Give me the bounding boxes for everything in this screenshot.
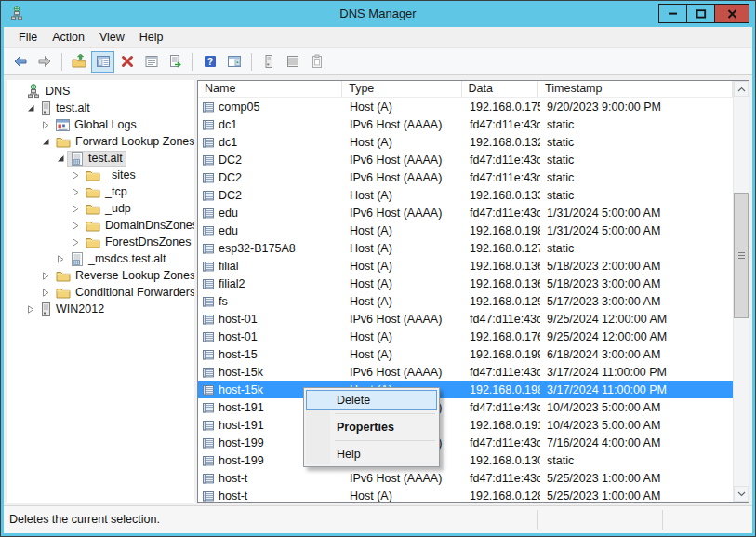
selected-record-row-host-15k[interactable]: host-15kHost (A)192.168.0.1983/17/2024 1… — [198, 381, 733, 398]
context-menu-item-help[interactable]: Help — [306, 444, 437, 464]
tree-item--sites[interactable]: _sites — [7, 167, 194, 183]
record-row-host-01[interactable]: host-01IPv6 Host (AAAA)fd47:d11e:43c...9… — [198, 310, 733, 328]
record-row-dc1[interactable]: dc1Host (A)192.168.0.132static — [198, 133, 733, 151]
properties-button[interactable] — [139, 51, 163, 73]
record-row-dc2[interactable]: DC2IPv6 Host (AAAA)fd47:d11e:43c...stati… — [198, 168, 733, 186]
scroll-up-button[interactable] — [734, 81, 749, 97]
tree-item-content[interactable]: _msdcs.test.alt — [67, 251, 169, 267]
record-row-dc2[interactable]: DC2IPv6 Host (AAAA)fd47:d11e:43c...stati… — [198, 151, 733, 168]
record-row-host-15k[interactable]: host-15kIPv6 Host (AAAA)fd47:d11e:43c...… — [198, 363, 733, 381]
expander-collapsed-icon[interactable] — [70, 188, 82, 196]
tree-item-content[interactable]: _tcp — [82, 184, 131, 200]
record-row-host-15[interactable]: host-15Host (A)192.168.0.1996/18/2024 3:… — [198, 345, 733, 363]
record-row-host-191[interactable]: host-191Host (A)192.168.0.19110/4/2023 5… — [198, 416, 733, 434]
tree-item-content[interactable]: Forward Lookup Zones — [52, 134, 194, 150]
minimize-button[interactable] — [658, 4, 687, 23]
record-row-host-199[interactable]: host-199IPv6 Host (AAAA)fd47:d11e:43c...… — [198, 434, 733, 451]
expander-collapsed-icon[interactable] — [40, 289, 52, 297]
show-console-tree-button[interactable] — [91, 51, 114, 73]
tree-item--msdcs-test-alt[interactable]: _msdcs.test.alt — [7, 250, 194, 267]
record-row-esp32-b175a8[interactable]: esp32-B175A8Host (A)192.168.0.127static — [198, 239, 733, 257]
scrollbar-thumb[interactable] — [734, 193, 749, 318]
back-button[interactable] — [8, 51, 32, 73]
tree-item-test-alt[interactable]: test.alt — [7, 150, 194, 167]
menu-view[interactable]: View — [92, 27, 132, 47]
column-header-name[interactable]: Name — [198, 81, 342, 97]
tree-item-forestdnszones[interactable]: ForestDnsZones — [7, 234, 194, 250]
show-action-pane-button[interactable] — [222, 51, 245, 73]
tree-item-content[interactable]: _udp — [82, 201, 135, 217]
maximize-button[interactable] — [686, 4, 715, 23]
delete-button[interactable] — [115, 51, 139, 73]
titlebar[interactable]: DNS Manager — [1, 1, 755, 27]
vertical-scrollbar[interactable] — [733, 81, 749, 502]
tree-item-content[interactable]: DomainDnsZones — [82, 218, 194, 234]
expander-collapsed-icon[interactable] — [55, 255, 67, 263]
expander-collapsed-icon[interactable] — [40, 272, 52, 280]
menu-file[interactable]: File — [11, 27, 45, 47]
up-level-folder-button[interactable] — [67, 51, 90, 73]
record-row-edu[interactable]: eduHost (A)192.168.0.1981/31/2024 5:00:0… — [198, 222, 733, 239]
tree-item-win2012[interactable]: WIN2012 — [7, 301, 194, 317]
expander-collapsed-icon[interactable] — [70, 222, 82, 230]
tree-item-test-alt[interactable]: test.alt — [7, 100, 194, 116]
record-row-host-01[interactable]: host-01Host (A)192.168.0.1769/25/2024 12… — [198, 328, 733, 345]
tree-item-content[interactable]: _sites — [82, 168, 139, 183]
column-header-type[interactable]: Type — [342, 81, 461, 97]
tree-item-content[interactable]: DNS — [22, 84, 73, 100]
forward-button[interactable] — [33, 51, 56, 73]
column-header-timestamp[interactable]: Timestamp — [538, 81, 733, 97]
tree-item-content[interactable]: WIN2012 — [37, 302, 108, 317]
expander-expanded-icon[interactable] — [25, 104, 37, 113]
record-row-dc1[interactable]: dc1IPv6 Host (AAAA)fd47:d11e:43c...stati… — [198, 115, 733, 133]
tree-item-reverse-lookup-zones[interactable]: Reverse Lookup Zones — [7, 267, 194, 284]
expander-expanded-icon[interactable] — [55, 154, 67, 163]
clipboard-button[interactable] — [305, 51, 328, 73]
tree-item-content[interactable]: Reverse Lookup Zones — [52, 268, 194, 284]
export-list-button[interactable] — [164, 51, 187, 73]
tree-item--tcp[interactable]: _tcp — [7, 183, 194, 200]
expander-collapsed-icon[interactable] — [25, 305, 37, 314]
close-button[interactable] — [714, 4, 749, 23]
tree-item-content[interactable]: Global Logs — [52, 117, 140, 133]
expander-collapsed-icon[interactable] — [70, 238, 82, 247]
context-menu-item-properties[interactable]: Properties — [306, 417, 437, 437]
tree-item--udp[interactable]: _udp — [7, 200, 194, 217]
record-row-edu[interactable]: eduIPv6 Host (AAAA)fd47:d11e:43c...1/31/… — [198, 204, 733, 222]
record-row-host-t[interactable]: host-tIPv6 Host (AAAA)fd47:d11e:43c...5/… — [198, 469, 733, 487]
expander-collapsed-icon[interactable] — [70, 205, 82, 213]
cell-timestamp: 10/4/2023 5:00:00 AM — [540, 419, 733, 432]
server-button[interactable] — [257, 51, 280, 73]
record-list-button[interactable] — [281, 51, 304, 73]
cell-name: filial — [198, 260, 343, 273]
tree-selected-item[interactable]: test.alt — [67, 151, 126, 167]
context-menu-item-delete[interactable]: Delete — [306, 390, 437, 410]
record-row-host-t[interactable]: host-tHost (A)192.168.0.1285/25/2023 1:0… — [198, 487, 733, 502]
record-row-dc2[interactable]: DC2Host (A)192.168.0.133static — [198, 186, 733, 204]
tree-item-forward-lookup-zones[interactable]: Forward Lookup Zones — [7, 133, 194, 150]
help-button[interactable]: ? — [198, 51, 221, 73]
toolbar-separator — [251, 53, 252, 71]
tree-item-domaindnszones[interactable]: DomainDnsZones — [7, 217, 194, 234]
record-row-comp05[interactable]: comp05Host (A)192.168.0.1759/20/2023 9:0… — [198, 98, 733, 115]
record-row-host-191[interactable]: host-191IPv6 Host (AAAA)fd47:d11e:43c...… — [198, 398, 733, 416]
tree-item-content[interactable]: Conditional Forwarders — [52, 285, 194, 301]
expander-collapsed-icon[interactable] — [40, 121, 52, 129]
record-row-filial2[interactable]: filial2Host (A)192.168.0.1365/18/2023 3:… — [198, 275, 733, 292]
scroll-down-button[interactable] — [734, 486, 749, 502]
tree-item-content[interactable]: test.alt — [37, 101, 94, 116]
folder-icon — [86, 186, 100, 198]
record-name: host-15 — [219, 348, 258, 361]
tree-item-conditional-forwarders[interactable]: Conditional Forwarders — [7, 284, 194, 301]
tree-item-global-logs[interactable]: Global Logs — [7, 116, 194, 133]
expander-expanded-icon[interactable] — [40, 138, 52, 146]
expander-collapsed-icon[interactable] — [70, 171, 82, 180]
column-header-data[interactable]: Data — [462, 81, 539, 97]
tree-item-dns[interactable]: DNS — [7, 83, 194, 100]
menu-help[interactable]: Help — [132, 27, 171, 47]
record-row-fs[interactable]: fsHost (A)192.168.0.1295/17/2023 3:00:00… — [198, 292, 733, 310]
menu-action[interactable]: Action — [45, 27, 92, 47]
tree-item-content[interactable]: ForestDnsZones — [82, 235, 194, 250]
record-row-host-199[interactable]: host-199Host (A)192.168.0.130static — [198, 451, 733, 469]
record-row-filial[interactable]: filialHost (A)192.168.0.1365/18/2023 2:0… — [198, 257, 733, 275]
